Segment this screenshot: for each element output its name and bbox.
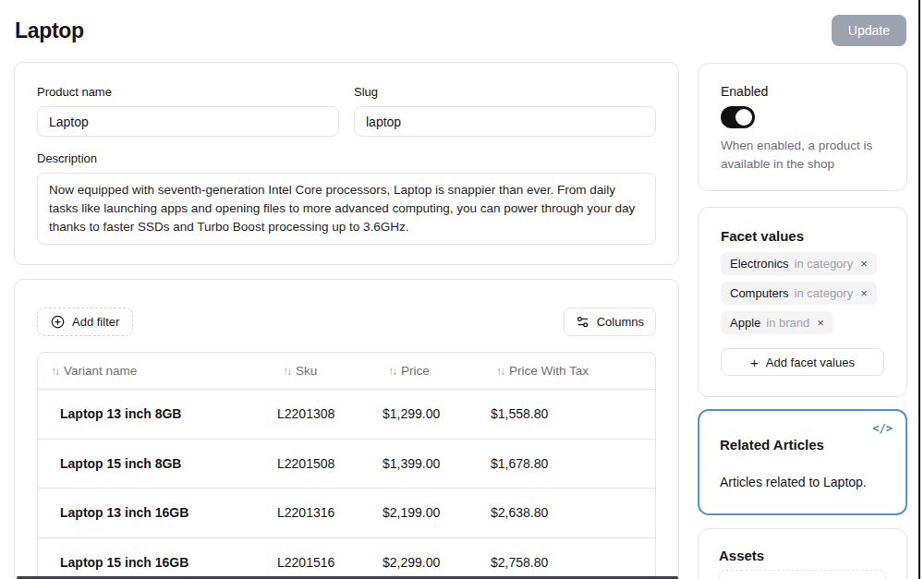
table-header-row: ↑↓ Variant name ↑↓ Sku ↑↓ Price ↑↓ Price… <box>38 353 655 390</box>
column-label: Price <box>401 364 430 378</box>
assets-dropzone[interactable] <box>719 570 886 579</box>
assets-title: Assets <box>719 548 886 564</box>
code-block-icon[interactable]: </> <box>872 422 893 435</box>
page-title: Laptop <box>15 18 84 43</box>
enabled-description: When enabled, a product is available in … <box>721 137 884 174</box>
slug-input[interactable] <box>354 106 656 137</box>
cell-price-with-tax: $2,638.80 <box>491 505 655 520</box>
cell-variant-name: Laptop 13 inch 8GB <box>38 406 277 421</box>
facet-chip-facet: in category <box>795 286 854 300</box>
assets-card: Assets <box>698 528 907 579</box>
slug-field-group: Slug <box>354 85 656 137</box>
cell-price: $2,299.00 <box>383 555 491 570</box>
facet-chip-name: Electronics <box>730 257 789 271</box>
cell-price-with-tax: $1,678.80 <box>491 456 655 471</box>
variants-table: ↑↓ Variant name ↑↓ Sku ↑↓ Price ↑↓ Price… <box>37 352 656 579</box>
product-form-card: Product name Slug Description Now equipp… <box>14 62 679 265</box>
cell-price-with-tax: $2,758.80 <box>491 555 655 570</box>
toggle-knob <box>736 109 752 126</box>
column-settings-icon <box>576 315 590 329</box>
add-facet-values-button[interactable]: + Add facet values <box>721 348 884 376</box>
description-label: Description <box>37 151 656 165</box>
columns-label: Columns <box>597 315 644 329</box>
enabled-card: Enabled When enabled, a product is avail… <box>698 63 907 191</box>
add-filter-button[interactable]: Add filter <box>37 308 133 336</box>
enabled-toggle[interactable] <box>721 106 755 128</box>
table-row[interactable]: Laptop 15 inch 8GB L2201508 $1,399.00 $1… <box>38 440 655 489</box>
variants-card: Add filter Columns ↑↓ Variant name ↑↓ <box>14 279 679 579</box>
related-articles-description: Articles related to Laptop. <box>720 475 885 489</box>
cell-sku: L2201516 <box>277 555 383 570</box>
sort-icon: ↑↓ <box>283 365 290 378</box>
facet-chip: Electronics in category × <box>721 252 877 275</box>
sort-icon: ↑↓ <box>496 365 504 378</box>
product-detail-page: Laptop Update Product name Slug Descript… <box>0 0 924 579</box>
facet-chip: Computers in category × <box>721 282 877 305</box>
column-label: Variant name <box>64 364 137 378</box>
cell-variant-name: Laptop 15 inch 8GB <box>38 456 277 471</box>
cell-sku: L2201308 <box>277 406 383 421</box>
facet-chip-list: Electronics in category × Computers in c… <box>721 252 884 334</box>
facet-chip-facet: in category <box>795 257 854 271</box>
table-row[interactable]: Laptop 13 inch 16GB L2201316 $2,199.00 $… <box>38 489 655 538</box>
column-header-price-with-tax[interactable]: ↑↓ Price With Tax <box>491 364 655 378</box>
remove-facet-icon[interactable]: × <box>860 257 868 271</box>
sort-icon: ↑↓ <box>51 365 58 378</box>
column-label: Sku <box>296 364 317 378</box>
description-editor[interactable]: Now equipped with seventh-generation Int… <box>37 173 656 245</box>
facet-chip-name: Computers <box>730 286 789 300</box>
product-name-label: Product name <box>37 85 339 99</box>
cell-price: $1,299.00 <box>383 406 491 421</box>
cell-price: $1,399.00 <box>383 456 491 471</box>
remove-facet-icon[interactable]: × <box>817 316 824 330</box>
page-header: Laptop Update <box>15 13 906 48</box>
column-header-price[interactable]: ↑↓ Price <box>383 364 491 378</box>
add-filter-label: Add filter <box>72 315 119 329</box>
facet-chip-name: Apple <box>730 316 760 330</box>
facet-chip: Apple in brand × <box>721 311 833 334</box>
related-articles-title: Related Articles <box>720 437 885 452</box>
slug-label: Slug <box>354 85 656 99</box>
remove-facet-icon[interactable]: × <box>860 286 868 300</box>
description-field-group: Description Now equipped with seventh-ge… <box>37 151 656 245</box>
cell-variant-name: Laptop 15 inch 16GB <box>38 555 277 570</box>
facet-chip-facet: in brand <box>766 316 809 330</box>
column-label: Price With Tax <box>509 364 589 378</box>
sort-icon: ↑↓ <box>388 365 395 378</box>
cell-sku: L2201316 <box>277 505 383 520</box>
table-row[interactable]: Laptop 13 inch 8GB L2201308 $1,299.00 $1… <box>38 390 655 440</box>
add-facet-values-label: Add facet values <box>766 356 855 369</box>
cell-sku: L2201508 <box>277 456 383 471</box>
variants-toolbar: Add filter Columns <box>37 308 656 336</box>
vertical-scrollbar[interactable] <box>918 0 920 579</box>
facet-values-title: Facet values <box>721 228 884 245</box>
plus-icon: + <box>750 355 759 370</box>
plus-circle-icon <box>51 315 65 329</box>
name-slug-row: Product name Slug <box>37 85 656 137</box>
related-articles-card: </> Related Articles Articles related to… <box>698 409 907 515</box>
cell-price-with-tax: $1,558.80 <box>491 406 655 421</box>
facet-values-card: Facet values Electronics in category × C… <box>698 207 907 397</box>
product-name-input[interactable] <box>37 106 339 137</box>
enabled-title: Enabled <box>721 84 884 99</box>
column-header-sku[interactable]: ↑↓ Sku <box>277 364 383 378</box>
column-header-variant-name[interactable]: ↑↓ Variant name <box>38 364 277 378</box>
cell-price: $2,199.00 <box>383 505 491 520</box>
table-row[interactable]: Laptop 15 inch 16GB L2201516 $2,299.00 $… <box>38 538 655 579</box>
update-button[interactable]: Update <box>832 15 906 46</box>
columns-button[interactable]: Columns <box>564 308 656 336</box>
product-name-field-group: Product name <box>37 85 339 137</box>
cell-variant-name: Laptop 13 inch 16GB <box>38 505 277 520</box>
